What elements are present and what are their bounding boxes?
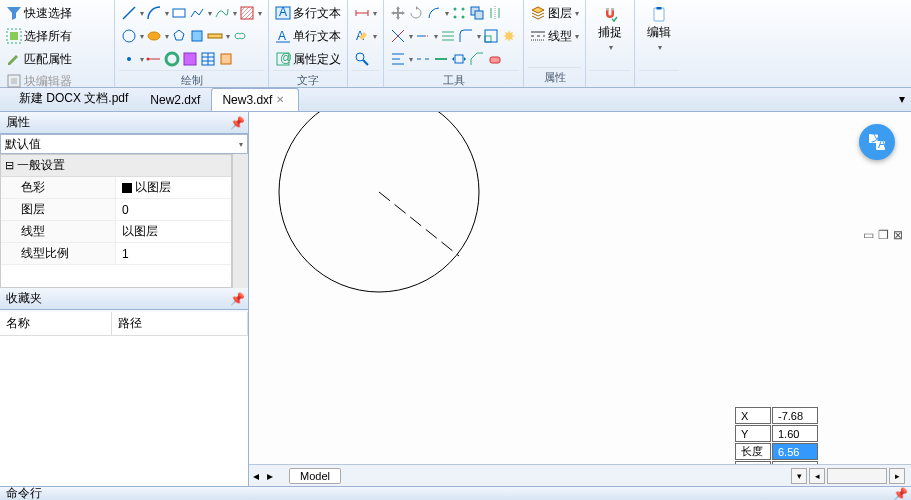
mtext-button[interactable]: A多行文本 bbox=[273, 2, 343, 24]
drawing-canvas[interactable]: X -7.68 Y 1.60 长度 6.56 角度 321.34 ▭ ❐ ⊠ ◂… bbox=[249, 112, 911, 486]
svg-point-34 bbox=[462, 8, 465, 11]
find-icon[interactable] bbox=[354, 51, 370, 67]
fav-col-path[interactable]: 路径 bbox=[112, 312, 248, 335]
dim-icon[interactable] bbox=[354, 5, 370, 21]
prop-row-color[interactable]: 色彩以图层 bbox=[1, 177, 231, 199]
pin-icon[interactable]: 📌 bbox=[230, 116, 242, 130]
line-icon[interactable] bbox=[121, 5, 137, 21]
extend-icon[interactable] bbox=[415, 28, 431, 44]
snap-button[interactable]: 捕捉▾ bbox=[590, 2, 630, 56]
ribbon-group-modify: ▾ A▾ bbox=[348, 0, 384, 87]
polygon-tool-icon[interactable] bbox=[171, 28, 187, 44]
tab-doc1[interactable]: 新建 DOCX 文档.pdf bbox=[8, 85, 139, 111]
filter-icon bbox=[6, 5, 22, 21]
ellipse-icon[interactable] bbox=[146, 28, 162, 44]
translate-fab[interactable]: 文A bbox=[859, 124, 895, 160]
trim-icon[interactable] bbox=[390, 28, 406, 44]
fav-col-name[interactable]: 名称 bbox=[0, 312, 112, 335]
svg-point-13 bbox=[147, 58, 150, 61]
svg-text:@: @ bbox=[280, 51, 291, 65]
tab-doc3[interactable]: New3.dxf✕ bbox=[211, 88, 299, 111]
pin-icon[interactable]: 📌 bbox=[893, 487, 905, 501]
select-all-button[interactable]: 选择所有 bbox=[4, 25, 110, 47]
rotate-icon[interactable] bbox=[408, 5, 424, 21]
minimize-viewport-icon[interactable]: ▭ bbox=[863, 228, 874, 242]
ruler-icon[interactable] bbox=[207, 28, 223, 44]
selection-combo[interactable]: 默认值▾ bbox=[0, 134, 248, 154]
svg-line-32 bbox=[363, 60, 368, 65]
svg-line-62 bbox=[379, 192, 459, 256]
tab-doc2[interactable]: New2.dxf bbox=[139, 88, 211, 111]
model-tab[interactable]: Model bbox=[289, 468, 341, 484]
ribbon-group-edit: 编辑▾ bbox=[635, 0, 683, 87]
rect-icon[interactable] bbox=[171, 5, 187, 21]
point-icon[interactable] bbox=[121, 51, 137, 67]
tabs-dropdown[interactable]: ▾ bbox=[899, 92, 905, 106]
coord-y-value[interactable]: 1.60 bbox=[772, 425, 818, 442]
match-props-button[interactable]: 匹配属性 bbox=[4, 48, 110, 70]
copy-icon[interactable] bbox=[469, 5, 485, 21]
left-sidebar: 属性 📌 默认值▾ ⊟ 一般设置 色彩以图层 图层0 线型以图层 线型比例1 收… bbox=[0, 112, 249, 486]
select-all-icon bbox=[6, 28, 22, 44]
stretch-icon[interactable] bbox=[451, 51, 467, 67]
prop-category-general[interactable]: ⊟ 一般设置 bbox=[1, 155, 231, 177]
stext-button[interactable]: A单行文本 bbox=[273, 25, 343, 47]
coord-length-value[interactable]: 6.56 bbox=[772, 443, 818, 460]
hatch-icon[interactable] bbox=[239, 5, 255, 21]
hscroll-right[interactable]: ▸ bbox=[889, 468, 905, 484]
join-icon[interactable] bbox=[433, 51, 449, 67]
edit-text-icon[interactable]: A bbox=[354, 28, 370, 44]
scrollbar[interactable] bbox=[232, 154, 248, 288]
hscroll-left[interactable]: ◂ bbox=[809, 468, 825, 484]
align-icon[interactable] bbox=[390, 51, 406, 67]
favorites-list[interactable] bbox=[0, 336, 248, 486]
attdef-button[interactable]: @属性定义 bbox=[273, 48, 343, 70]
layout-prev-icon[interactable]: ◂ bbox=[249, 469, 263, 483]
spline-icon[interactable] bbox=[214, 5, 230, 21]
svg-rect-15 bbox=[184, 53, 196, 65]
boundary-icon[interactable] bbox=[182, 51, 198, 67]
table-icon[interactable] bbox=[200, 51, 216, 67]
pin-icon[interactable]: 📌 bbox=[230, 292, 242, 306]
svg-text:A: A bbox=[878, 137, 886, 151]
attdef-icon: @ bbox=[275, 51, 291, 67]
polyline-icon[interactable] bbox=[189, 5, 205, 21]
mirror-icon[interactable] bbox=[487, 5, 503, 21]
donut-icon[interactable] bbox=[164, 51, 180, 67]
group-label-tools: 工具 bbox=[388, 70, 519, 90]
restore-viewport-icon[interactable]: ❐ bbox=[878, 228, 889, 242]
revcloud-icon[interactable] bbox=[232, 28, 248, 44]
scale-icon[interactable] bbox=[483, 28, 499, 44]
linetype-button[interactable]: 线型▾ bbox=[528, 25, 581, 47]
move-icon[interactable] bbox=[390, 5, 406, 21]
erase-icon[interactable] bbox=[487, 51, 503, 67]
ray-icon[interactable] bbox=[146, 51, 162, 67]
wipeout-icon[interactable] bbox=[218, 51, 234, 67]
array-icon[interactable] bbox=[451, 5, 467, 21]
edit-button[interactable]: 编辑▾ bbox=[639, 2, 679, 56]
circle-icon[interactable] bbox=[121, 28, 137, 44]
layer-button[interactable]: 图层▾ bbox=[528, 2, 581, 24]
fillet-icon[interactable] bbox=[458, 28, 474, 44]
layout-tabs-bar: ◂ ▸ Model ▾ ◂ ▸ bbox=[249, 464, 911, 486]
prop-row-linetype[interactable]: 线型以图层 bbox=[1, 221, 231, 243]
break-icon[interactable] bbox=[415, 51, 431, 67]
explode-icon[interactable] bbox=[501, 28, 517, 44]
svg-point-61 bbox=[279, 112, 479, 292]
svg-rect-9 bbox=[192, 31, 202, 41]
close-icon[interactable]: ✕ bbox=[276, 94, 288, 106]
svg-rect-1 bbox=[10, 32, 18, 40]
prop-row-ltscale[interactable]: 线型比例1 bbox=[1, 243, 231, 265]
layout-next-icon[interactable]: ▸ bbox=[263, 469, 277, 483]
arc-tool-icon[interactable] bbox=[426, 5, 442, 21]
chamfer-icon[interactable] bbox=[469, 51, 485, 67]
arc-icon[interactable] bbox=[146, 5, 162, 21]
coord-x-value[interactable]: -7.68 bbox=[772, 407, 818, 424]
prop-row-layer[interactable]: 图层0 bbox=[1, 199, 231, 221]
quick-select-button[interactable]: 快速选择 bbox=[4, 2, 110, 24]
close-viewport-icon[interactable]: ⊠ bbox=[893, 228, 903, 242]
offset-icon[interactable] bbox=[440, 28, 456, 44]
hscroll-dropdown[interactable]: ▾ bbox=[791, 468, 807, 484]
region-icon[interactable] bbox=[189, 28, 205, 44]
hscroll-thumb[interactable] bbox=[827, 468, 887, 484]
